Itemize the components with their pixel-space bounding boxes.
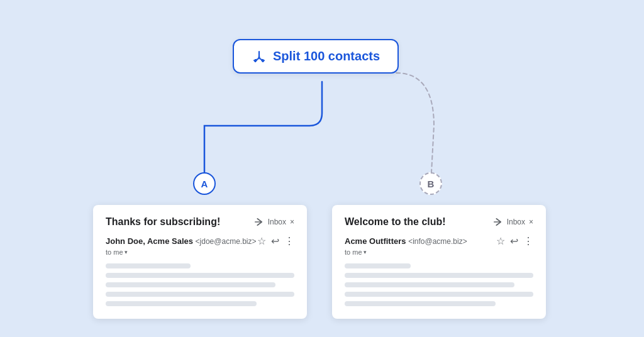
card-title-a: Thanks for subscribing! <box>106 216 220 228</box>
chevron-down-icon-a: ▾ <box>125 249 128 255</box>
sender-actions-a: ☆ ↩ ⋮ <box>257 235 294 247</box>
reply-icon-b[interactable]: ↩ <box>510 235 518 247</box>
card-meta-a: Inbox × <box>253 218 294 226</box>
badge-a: A <box>193 172 216 195</box>
forward-icon-a <box>253 218 264 226</box>
card-header-a: Thanks for subscribing! Inbox × <box>106 216 294 228</box>
more-icon-a[interactable]: ⋮ <box>284 235 294 247</box>
sender-email-b: <info@acme.biz> <box>408 237 467 246</box>
sender-email-a: <jdoe@acme.biz> <box>196 237 257 246</box>
split-label: Split 100 contacts <box>273 49 380 64</box>
star-icon-a[interactable]: ☆ <box>257 235 266 247</box>
forward-icon-b <box>492 218 503 226</box>
split-icon <box>252 50 267 64</box>
sender-actions-b: ☆ ↩ ⋮ <box>496 235 533 247</box>
reply-icon-a[interactable]: ↩ <box>271 235 279 247</box>
card-meta-b: Inbox × <box>492 218 533 226</box>
to-me-a: to me ▾ <box>106 248 294 256</box>
skeleton-line <box>345 292 533 297</box>
skeleton-line <box>345 301 496 306</box>
inbox-label-a: Inbox <box>268 218 286 226</box>
email-card-a: Thanks for subscribing! Inbox × John Doe… <box>93 205 307 319</box>
star-icon-b[interactable]: ☆ <box>496 235 505 247</box>
skeleton-line <box>106 301 257 306</box>
sender-row-b: Acme Outfitters <info@acme.biz> ☆ ↩ ⋮ <box>345 235 533 247</box>
skeleton-line <box>106 263 191 268</box>
sender-name-a: John Doe, Acme Sales <jdoe@acme.biz> <box>106 236 257 246</box>
badge-b: B <box>419 172 442 195</box>
scene: Split 100 contacts A B Thanks for subscr… <box>0 0 644 337</box>
skeleton-lines-a <box>106 263 294 306</box>
skeleton-line <box>345 273 533 278</box>
email-card-b: Welcome to the club! Inbox × Acme Outfit… <box>332 205 546 319</box>
close-x-a[interactable]: × <box>290 218 294 226</box>
skeleton-line <box>345 263 411 268</box>
more-icon-b[interactable]: ⋮ <box>523 235 533 247</box>
inbox-label-b: Inbox <box>507 218 525 226</box>
sender-row-a: John Doe, Acme Sales <jdoe@acme.biz> ☆ ↩… <box>106 235 294 247</box>
card-header-b: Welcome to the club! Inbox × <box>345 216 533 228</box>
split-node[interactable]: Split 100 contacts <box>233 39 399 74</box>
skeleton-line <box>106 273 294 278</box>
skeleton-lines-b <box>345 263 533 306</box>
skeleton-line <box>345 282 514 287</box>
sender-name-b: Acme Outfitters <info@acme.biz> <box>345 236 467 246</box>
chevron-down-icon-b: ▾ <box>364 249 367 255</box>
close-x-b[interactable]: × <box>529 218 533 226</box>
to-me-b: to me ▾ <box>345 248 533 256</box>
skeleton-line <box>106 282 275 287</box>
skeleton-line <box>106 292 294 297</box>
card-title-b: Welcome to the club! <box>345 216 446 228</box>
